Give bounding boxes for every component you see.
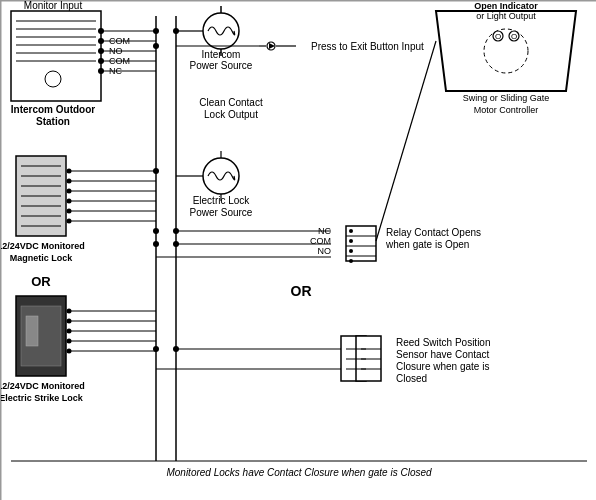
svg-text:OR: OR (291, 283, 312, 299)
svg-text:O: O (511, 32, 517, 41)
svg-text:Electric Strike Lock: Electric Strike Lock (1, 393, 84, 403)
svg-text:NO: NO (318, 246, 332, 256)
svg-point-133 (153, 228, 159, 234)
svg-point-129 (153, 28, 159, 34)
svg-text:Press to Exit Button Input: Press to Exit Button Input (311, 41, 424, 52)
svg-point-137 (153, 346, 159, 352)
svg-text:Motor Controller: Motor Controller (474, 105, 539, 115)
svg-text:Clean Contact: Clean Contact (199, 97, 263, 108)
svg-text:Magnetic Lock: Magnetic Lock (10, 253, 74, 263)
svg-text:when gate is Open: when gate is Open (385, 239, 469, 250)
svg-text:Power Source: Power Source (190, 60, 253, 71)
svg-text:Lock Output: Lock Output (204, 109, 258, 120)
svg-text:Intercom Outdoor: Intercom Outdoor (11, 104, 96, 115)
svg-text:Sensor have Contact: Sensor have Contact (396, 349, 490, 360)
svg-text:Reed Switch Position: Reed Switch Position (396, 337, 491, 348)
svg-text:Relay Contact Opens: Relay Contact Opens (386, 227, 481, 238)
svg-point-8 (45, 71, 61, 87)
svg-text:Monitored Locks have Contact C: Monitored Locks have Contact Closure whe… (166, 467, 432, 478)
svg-text:O: O (495, 32, 501, 41)
svg-rect-1 (11, 11, 101, 101)
svg-point-134 (173, 228, 179, 234)
svg-text:Power Source: Power Source (190, 207, 253, 218)
svg-text:Swing or Sliding Gate: Swing or Sliding Gate (463, 93, 550, 103)
svg-text:12/24VDC Monitored: 12/24VDC Monitored (1, 241, 85, 251)
svg-text:or Light Output: or Light Output (476, 11, 536, 21)
svg-text:OR: OR (31, 274, 51, 289)
svg-text:12/24VDC Monitored: 12/24VDC Monitored (1, 381, 85, 391)
svg-point-138 (173, 346, 179, 352)
svg-point-136 (173, 241, 179, 247)
svg-text:Closed: Closed (396, 373, 427, 384)
svg-text:Monitor Input: Monitor Input (24, 1, 83, 11)
svg-point-54 (349, 249, 353, 253)
svg-point-53 (349, 239, 353, 243)
svg-point-130 (173, 28, 179, 34)
svg-rect-104 (26, 316, 38, 346)
svg-text:Closure when gate is: Closure when gate is (396, 361, 489, 372)
svg-point-52 (349, 229, 353, 233)
svg-point-132 (153, 168, 159, 174)
svg-point-135 (153, 241, 159, 247)
svg-text:Station: Station (36, 116, 70, 127)
svg-point-55 (349, 259, 353, 263)
svg-point-131 (153, 43, 159, 49)
wiring-diagram: Monitor Input COM NO COM NC Intercom Out… (0, 0, 596, 500)
svg-text:Open Indicator: Open Indicator (474, 1, 538, 11)
